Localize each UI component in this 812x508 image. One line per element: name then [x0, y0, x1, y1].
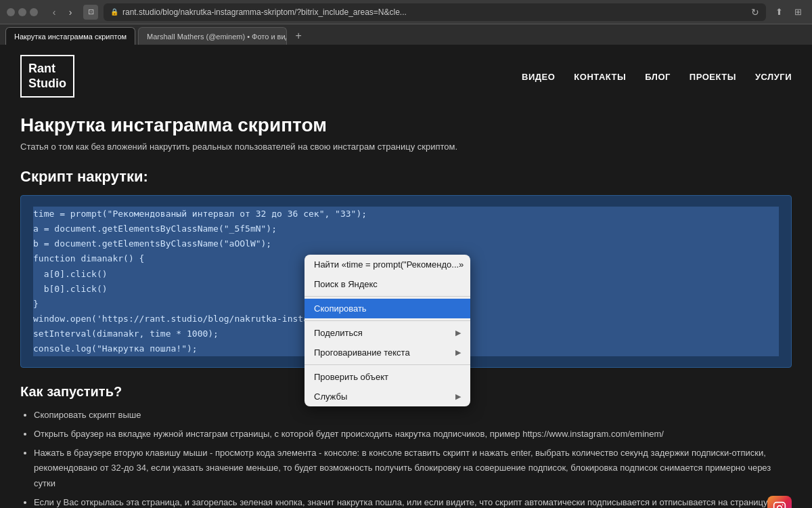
- context-menu-speech[interactable]: Проговаривание текста ▶: [304, 343, 470, 362]
- page-subtitle: Статья о том как без вложений накрутить …: [20, 142, 792, 152]
- browser-window-buttons: [7, 8, 38, 16]
- nav-item-contacts[interactable]: КОНТАКТЫ: [574, 71, 626, 82]
- browser-action-buttons: ⬆ ⊞: [771, 5, 805, 20]
- context-menu-find[interactable]: Найти «time = prompt("Рекомендо...»: [304, 255, 470, 274]
- maximize-btn[interactable]: [30, 8, 38, 16]
- reload-button[interactable]: ↻: [751, 7, 759, 18]
- context-menu-inspect[interactable]: Проверить объект: [304, 367, 470, 387]
- svg-point-2: [782, 504, 784, 505]
- nav-links: ВИДЕО КОНТАКТЫ БЛОГ ПРОЕКТЫ УСЛУГИ: [522, 71, 792, 82]
- context-menu: Найти «time = prompt("Рекомендо...» Поис…: [304, 255, 470, 406]
- context-menu-separator-3: [304, 364, 470, 365]
- context-menu-services[interactable]: Службы ▶: [304, 387, 470, 406]
- page-content: Rant Studio ВИДЕО КОНТАКТЫ БЛОГ ПРОЕКТЫ …: [0, 45, 812, 508]
- address-bar[interactable]: 🔒 rant.studio/blog/nakrutka-instagramma-…: [104, 3, 766, 21]
- new-tab-plus-button[interactable]: +: [290, 27, 307, 45]
- how-list-item-0: Скопировать скрипт выше: [34, 408, 792, 423]
- browser-tabs: Накрутка инстаграмма скриптом Marshall M…: [0, 24, 812, 45]
- nav-item-blog[interactable]: БЛОГ: [645, 71, 671, 82]
- nav-item-projects[interactable]: ПРОЕКТЫ: [690, 71, 736, 82]
- site-navigation: Rant Studio ВИДЕО КОНТАКТЫ БЛОГ ПРОЕКТЫ …: [0, 45, 812, 108]
- browser-chrome: ‹ › ⊡ 🔒 rant.studio/blog/nakrutka-instag…: [0, 0, 812, 45]
- lock-icon: 🔒: [110, 8, 118, 16]
- context-menu-separator-2: [304, 320, 470, 321]
- browser-toolbar: ‹ › ⊡ 🔒 rant.studio/blog/nakrutka-instag…: [0, 0, 812, 24]
- how-list-item-2: Нажать в браузере вторую клавишу мыши - …: [34, 446, 792, 490]
- code-line-2: b = document.getElementsByClassName("aOO…: [33, 236, 779, 251]
- window-view-button[interactable]: ⊡: [83, 5, 98, 20]
- context-menu-yandex[interactable]: Поиск в Яндекс: [304, 274, 470, 294]
- how-list-item-3: Если у Вас открылась эта страница, и заг…: [34, 495, 792, 508]
- nav-item-services[interactable]: УСЛУГИ: [755, 71, 792, 82]
- instagram-float-icon[interactable]: [767, 496, 792, 508]
- context-menu-copy[interactable]: Скопировать: [304, 299, 470, 318]
- site-logo[interactable]: Rant Studio: [20, 55, 74, 98]
- code-line-0: time = prompt("Рекомендованый интервал о…: [33, 207, 779, 221]
- nav-item-video[interactable]: ВИДЕО: [522, 71, 555, 82]
- speech-arrow-icon: ▶: [455, 348, 461, 357]
- services-arrow-icon: ▶: [455, 392, 461, 401]
- tab-1[interactable]: Marshall Mathers (@eminem) • Фото и виде…: [138, 27, 287, 45]
- back-button[interactable]: ‹: [47, 5, 62, 20]
- how-list: Скопировать скрипт выше Открыть браузер …: [20, 408, 792, 508]
- share-button[interactable]: ⬆: [771, 5, 786, 20]
- forward-button[interactable]: ›: [63, 5, 78, 20]
- address-text: rant.studio/blog/nakrutka-instagramma-sk…: [122, 7, 747, 17]
- context-menu-separator-1: [304, 296, 470, 297]
- how-list-item-1: Открыть браузер на вкладке нужной инстаг…: [34, 427, 792, 442]
- close-btn[interactable]: [7, 8, 15, 16]
- context-menu-share[interactable]: Поделиться ▶: [304, 323, 470, 343]
- svg-point-1: [777, 506, 782, 508]
- tab-0[interactable]: Накрутка инстаграмма скриптом: [5, 27, 135, 45]
- browser-nav-arrows: ‹ ›: [47, 5, 78, 20]
- new-tab-button[interactable]: ⊞: [790, 5, 805, 20]
- script-section-title: Скрипт накрутки:: [20, 168, 792, 186]
- minimize-btn[interactable]: [18, 8, 26, 16]
- page-title: Накрутка инстаграмма скриптом: [20, 114, 792, 136]
- share-arrow-icon: ▶: [455, 329, 461, 337]
- code-line-1: a = document.getElementsByClassName("_5f…: [33, 221, 779, 236]
